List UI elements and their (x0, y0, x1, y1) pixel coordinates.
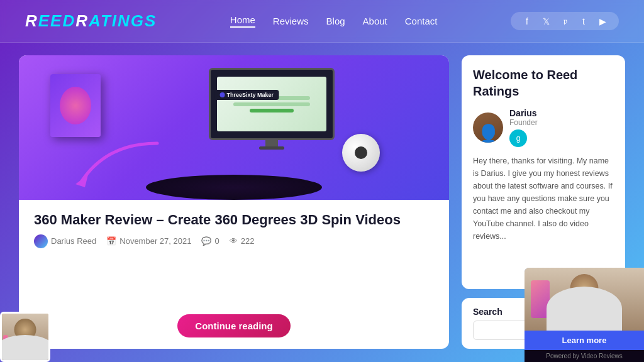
nav-contact[interactable]: Contact (405, 16, 438, 26)
comment-icon: 💬 (201, 236, 211, 246)
article-meta: Darius Reed 📅 November 27, 2021 💬 0 👁 22… (34, 234, 434, 248)
social-bar: f 𝕏 𝔭 t ▶ (511, 12, 619, 30)
nav-home[interactable]: Home (230, 14, 255, 28)
learn-more-button[interactable]: Learn more (525, 331, 644, 350)
twitter-icon[interactable]: 𝕏 (540, 16, 552, 26)
video-preview (525, 268, 644, 331)
author-avatar-small (34, 234, 48, 248)
monitor-base (265, 140, 278, 146)
article-body: 360 Maker Review – Create 360 Degrees 3D… (19, 200, 449, 349)
pink-accent (531, 280, 550, 318)
meta-author: Darius Reed (34, 234, 96, 248)
youtube-icon[interactable]: ▶ (596, 16, 609, 26)
site-logo[interactable]: REEDRATINGS (25, 11, 157, 31)
bottom-left-avatar (0, 312, 50, 362)
meta-comments: 💬 0 (201, 236, 219, 246)
author-info: Darius Founder g (509, 108, 538, 147)
author-row: Darius Founder g (473, 108, 614, 147)
view-icon: 👁 (230, 236, 238, 246)
meta-date: 📅 November 27, 2021 (106, 236, 191, 246)
sidebar-description: Hey there, thanks for visiting. My name … (473, 155, 614, 243)
avatar-image (473, 112, 503, 143)
calendar-icon: 📅 (106, 236, 116, 246)
monitor-stand (259, 146, 284, 150)
screen-bar-2 (233, 102, 310, 106)
article-card: ThreeSixty Maker 360 Maker Review – Crea… (19, 55, 449, 349)
author-role: Founder (509, 118, 538, 127)
pinterest-icon[interactable]: 𝔭 (558, 16, 571, 26)
screen-content (217, 77, 327, 131)
author-social-icon[interactable]: g (509, 129, 527, 147)
content-area: ThreeSixty Maker 360 Maker Review – Crea… (19, 55, 449, 349)
brand-dot (220, 92, 225, 97)
video-footer: Powered by Video Reviews (525, 350, 644, 362)
avatar-inner (2, 314, 48, 360)
facebook-icon[interactable]: f (521, 16, 533, 26)
svg-marker-0 (75, 175, 88, 187)
nav-reviews[interactable]: Reviews (273, 16, 309, 26)
nav-blog[interactable]: Blog (326, 16, 345, 26)
article-date: November 27, 2021 (119, 236, 191, 246)
brand-badge: ThreeSixty Maker (215, 90, 279, 100)
article-image: ThreeSixty Maker (19, 55, 449, 200)
comment-count: 0 (214, 236, 219, 246)
pink-side-bar (3, 335, 8, 354)
site-header: REEDRATINGS Home Reviews Blog About Cont… (0, 0, 644, 43)
author-name-sidebar: Darius (509, 108, 538, 118)
monitor-screen (209, 68, 335, 140)
tumblr-icon[interactable]: t (577, 16, 590, 26)
author-avatar (473, 112, 503, 143)
author-name: Darius Reed (51, 236, 96, 246)
camera-ball (342, 134, 380, 172)
monitor (209, 68, 335, 150)
view-count: 222 (241, 236, 255, 246)
article-title: 360 Maker Review – Create 360 Degrees 3D… (34, 211, 434, 229)
video-person (525, 268, 644, 331)
nav-about[interactable]: About (363, 16, 387, 26)
sidebar-welcome-title: Welcome to Reed Ratings (473, 67, 614, 99)
video-popup: Learn more Powered by Video Reviews (525, 268, 644, 362)
arrow-svg (69, 137, 170, 187)
box-front (50, 74, 101, 137)
meta-views: 👁 222 (230, 236, 255, 246)
stage (146, 175, 322, 200)
welcome-card: Welcome to Reed Ratings Darius Founder g… (462, 55, 625, 289)
screen-bar-green (250, 109, 294, 112)
main-nav: Home Reviews Blog About Contact (230, 14, 438, 28)
continue-reading-button[interactable]: Continue reading (177, 314, 290, 337)
